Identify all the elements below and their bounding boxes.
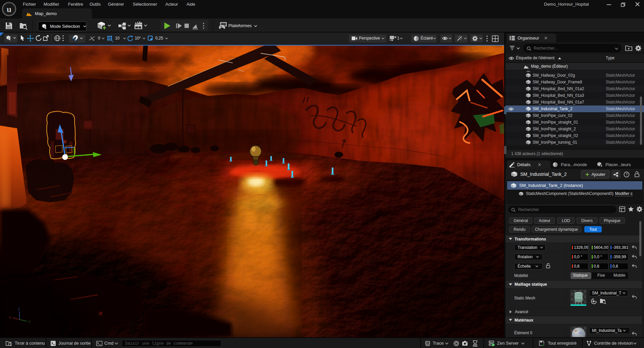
svg-text:?: ? (626, 172, 628, 177)
svg-text:u: u (7, 4, 11, 14)
